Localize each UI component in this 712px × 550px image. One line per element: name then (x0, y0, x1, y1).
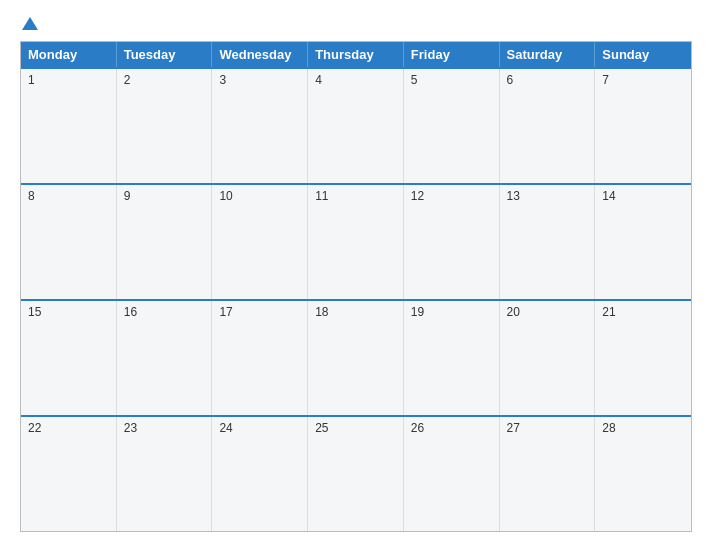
calendar-header-cell-friday: Friday (404, 42, 500, 67)
calendar-header-cell-wednesday: Wednesday (212, 42, 308, 67)
calendar: MondayTuesdayWednesdayThursdayFridaySatu… (20, 41, 692, 532)
day-number: 20 (507, 305, 588, 319)
day-number: 2 (124, 73, 205, 87)
day-number: 8 (28, 189, 109, 203)
calendar-cell: 14 (595, 185, 691, 299)
day-number: 15 (28, 305, 109, 319)
calendar-cell: 10 (212, 185, 308, 299)
calendar-header-cell-saturday: Saturday (500, 42, 596, 67)
day-number: 4 (315, 73, 396, 87)
day-number: 16 (124, 305, 205, 319)
day-number: 1 (28, 73, 109, 87)
calendar-cell: 16 (117, 301, 213, 415)
calendar-cell: 4 (308, 69, 404, 183)
calendar-week-3: 15161718192021 (21, 299, 691, 415)
day-number: 23 (124, 421, 205, 435)
day-number: 9 (124, 189, 205, 203)
calendar-cell: 24 (212, 417, 308, 531)
calendar-cell: 7 (595, 69, 691, 183)
calendar-cell: 21 (595, 301, 691, 415)
day-number: 5 (411, 73, 492, 87)
day-number: 7 (602, 73, 684, 87)
day-number: 25 (315, 421, 396, 435)
calendar-week-4: 22232425262728 (21, 415, 691, 531)
day-number: 22 (28, 421, 109, 435)
day-number: 19 (411, 305, 492, 319)
calendar-week-1: 1234567 (21, 67, 691, 183)
calendar-cell: 8 (21, 185, 117, 299)
calendar-cell: 28 (595, 417, 691, 531)
calendar-cell: 3 (212, 69, 308, 183)
calendar-cell: 5 (404, 69, 500, 183)
calendar-cell: 25 (308, 417, 404, 531)
day-number: 3 (219, 73, 300, 87)
day-number: 12 (411, 189, 492, 203)
calendar-cell: 6 (500, 69, 596, 183)
logo (20, 18, 38, 31)
day-number: 24 (219, 421, 300, 435)
calendar-header-row: MondayTuesdayWednesdayThursdayFridaySatu… (21, 42, 691, 67)
calendar-cell: 27 (500, 417, 596, 531)
calendar-cell: 11 (308, 185, 404, 299)
day-number: 6 (507, 73, 588, 87)
logo-flag-icon (22, 17, 38, 30)
calendar-cell: 19 (404, 301, 500, 415)
calendar-header-cell-sunday: Sunday (595, 42, 691, 67)
header (20, 18, 692, 31)
calendar-header-cell-thursday: Thursday (308, 42, 404, 67)
calendar-cell: 22 (21, 417, 117, 531)
calendar-cell: 18 (308, 301, 404, 415)
calendar-header-cell-monday: Monday (21, 42, 117, 67)
calendar-cell: 12 (404, 185, 500, 299)
calendar-header-cell-tuesday: Tuesday (117, 42, 213, 67)
calendar-cell: 17 (212, 301, 308, 415)
calendar-week-2: 891011121314 (21, 183, 691, 299)
day-number: 13 (507, 189, 588, 203)
calendar-cell: 13 (500, 185, 596, 299)
calendar-cell: 9 (117, 185, 213, 299)
calendar-cell: 1 (21, 69, 117, 183)
day-number: 17 (219, 305, 300, 319)
calendar-cell: 15 (21, 301, 117, 415)
day-number: 26 (411, 421, 492, 435)
calendar-cell: 26 (404, 417, 500, 531)
day-number: 14 (602, 189, 684, 203)
day-number: 10 (219, 189, 300, 203)
day-number: 21 (602, 305, 684, 319)
day-number: 18 (315, 305, 396, 319)
calendar-cell: 20 (500, 301, 596, 415)
calendar-cell: 2 (117, 69, 213, 183)
day-number: 28 (602, 421, 684, 435)
page: MondayTuesdayWednesdayThursdayFridaySatu… (0, 0, 712, 550)
day-number: 27 (507, 421, 588, 435)
day-number: 11 (315, 189, 396, 203)
calendar-cell: 23 (117, 417, 213, 531)
calendar-body: 1234567891011121314151617181920212223242… (21, 67, 691, 531)
